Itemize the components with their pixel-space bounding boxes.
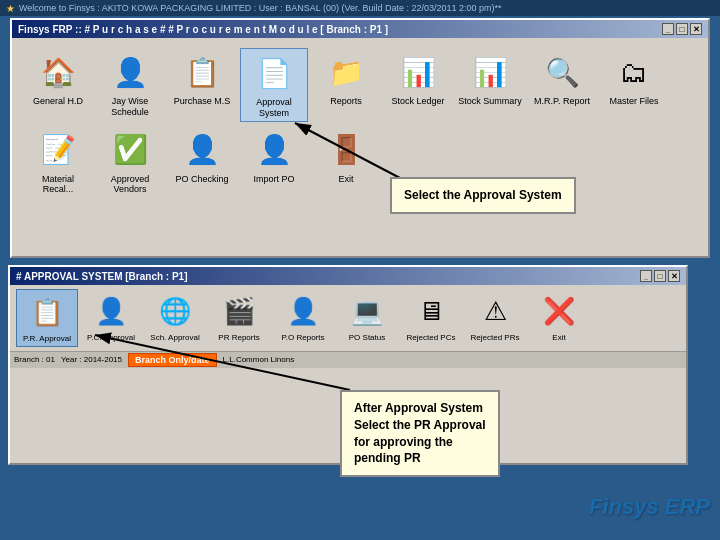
- main-icon-approval-system[interactable]: 📄 Approval System: [240, 48, 308, 122]
- rejected-prs-icon: ⚠: [475, 291, 515, 331]
- approval-minimize-btn[interactable]: _: [640, 270, 652, 282]
- jay-wise-label: Jay Wise Schedule: [98, 96, 162, 118]
- material-recal-icon: 📝: [36, 128, 80, 172]
- approval-close-btn[interactable]: ✕: [668, 270, 680, 282]
- callout2-line3: for approving the: [354, 434, 486, 451]
- main-icon-import-po[interactable]: 👤 Import PO: [240, 126, 308, 198]
- exit-label: Exit: [338, 174, 353, 185]
- master-files-icon: 🗂: [612, 50, 656, 94]
- exit-approval-label: Exit: [552, 333, 565, 343]
- sch-approval-label: Sch. Approval: [150, 333, 199, 343]
- pc-approval-icon: 👤: [91, 291, 131, 331]
- pr-reports-label: PR Reports: [218, 333, 259, 343]
- approval-icon-rejected-pcs[interactable]: 🖥 Rejected PCs: [400, 289, 462, 347]
- po-status-icon: 💻: [347, 291, 387, 331]
- approval-icon-rejected-prs[interactable]: ⚠ Rejected PRs: [464, 289, 526, 347]
- approval-icon-pc-approval[interactable]: 👤 P.C. Approval: [80, 289, 142, 347]
- callout-approval-system: Select the Approval System: [390, 177, 576, 214]
- main-icon-grid: 🏠 General H.D 👤 Jay Wise Schedule 📋 Purc…: [20, 44, 700, 201]
- master-files-label: Master Files: [609, 96, 658, 107]
- callout2-line1: After Approval System: [354, 400, 486, 417]
- pc-approval-label: P.C. Approval: [87, 333, 135, 343]
- approval-icon-po-reports[interactable]: 👤 P.O Reports: [272, 289, 334, 347]
- main-icon-material-recal[interactable]: 📝 Material Recal...: [24, 126, 92, 198]
- rejected-pcs-icon: 🖥: [411, 291, 451, 331]
- main-icon-exit[interactable]: 🚪 Exit: [312, 126, 380, 198]
- mrp-report-icon: 🔍: [540, 50, 584, 94]
- approval-icon-exit-approval[interactable]: ❌ Exit: [528, 289, 590, 347]
- import-po-label: Import PO: [253, 174, 294, 185]
- mrp-report-label: M.R.P. Report: [534, 96, 590, 107]
- reports-icon: 📁: [324, 50, 368, 94]
- callout-pr-approval: After Approval System Select the PR Appr…: [340, 390, 500, 477]
- main-icon-master-files[interactable]: 🗂 Master Files: [600, 48, 668, 122]
- po-checking-label: PO Checking: [175, 174, 228, 185]
- top-bar-text: Welcome to Finsys : AKITO KOWA PACKAGING…: [19, 3, 502, 13]
- callout1-text: Select the Approval System: [404, 188, 562, 202]
- main-icon-purchase-ms[interactable]: 📋 Purchase M.S: [168, 48, 236, 122]
- approved-vendors-label: Approved Vendors: [98, 174, 162, 196]
- purchase-ms-icon: 📋: [180, 50, 224, 94]
- frp-brand: Finsys ERP: [589, 494, 710, 520]
- import-po-icon: 👤: [252, 128, 296, 172]
- exit-icon: 🚪: [324, 128, 368, 172]
- approval-icon-po-status[interactable]: 💻 PO Status: [336, 289, 398, 347]
- approval-window-controls[interactable]: _ □ ✕: [640, 270, 680, 282]
- exit-approval-icon: ❌: [539, 291, 579, 331]
- main-icon-reports[interactable]: 📁 Reports: [312, 48, 380, 122]
- general-hd-icon: 🏠: [36, 50, 80, 94]
- approved-vendors-icon: ✅: [108, 128, 152, 172]
- approval-icon-sch-approval[interactable]: 🌐 Sch. Approval: [144, 289, 206, 347]
- main-icon-stock-summary[interactable]: 📊 Stock Summary: [456, 48, 524, 122]
- branch-label: Branch : 01: [14, 355, 55, 364]
- main-icon-jay-wise[interactable]: 👤 Jay Wise Schedule: [96, 48, 164, 122]
- approval-icon-grid: 📋 P.R. Approval 👤 P.C. Approval 🌐 Sch. A…: [10, 285, 686, 351]
- maximize-btn[interactable]: □: [676, 23, 688, 35]
- po-reports-label: P.O Reports: [282, 333, 325, 343]
- po-checking-icon: 👤: [180, 128, 224, 172]
- jay-wise-icon: 👤: [108, 50, 152, 94]
- po-status-label: PO Status: [349, 333, 385, 343]
- approval-icon-pr-approval[interactable]: 📋 P.R. Approval: [16, 289, 78, 347]
- branch-btn[interactable]: Branch Only/date: [128, 353, 217, 367]
- pr-reports-icon: 🎬: [219, 291, 259, 331]
- main-window-titlebar: Finsys FRP :: # P u r c h a s e # # P r …: [12, 20, 708, 38]
- main-icon-po-checking[interactable]: 👤 PO Checking: [168, 126, 236, 198]
- common-label: L.L.Common Linons: [223, 355, 295, 364]
- pr-approval-icon: 📋: [27, 292, 67, 332]
- main-window: Finsys FRP :: # P u r c h a s e # # P r …: [10, 18, 710, 258]
- minimize-btn[interactable]: _: [662, 23, 674, 35]
- callout2-line2: Select the PR Approval: [354, 417, 486, 434]
- approval-maximize-btn[interactable]: □: [654, 270, 666, 282]
- general-hd-label: General H.D: [33, 96, 83, 107]
- main-icon-approved-vendors[interactable]: ✅ Approved Vendors: [96, 126, 164, 198]
- main-window-content: 🏠 General H.D 👤 Jay Wise Schedule 📋 Purc…: [12, 38, 708, 207]
- main-icon-stock-ledger[interactable]: 📊 Stock Ledger: [384, 48, 452, 122]
- approval-system-icon: 📄: [252, 51, 296, 95]
- stock-ledger-label: Stock Ledger: [391, 96, 444, 107]
- main-icon-mrp-report[interactable]: 🔍 M.R.P. Report: [528, 48, 596, 122]
- star-icon: ★: [6, 3, 15, 14]
- close-btn[interactable]: ✕: [690, 23, 702, 35]
- material-recal-label: Material Recal...: [26, 174, 90, 196]
- sch-approval-icon: 🌐: [155, 291, 195, 331]
- callout2-line4: pending PR: [354, 450, 486, 467]
- reports-label: Reports: [330, 96, 362, 107]
- window-controls[interactable]: _ □ ✕: [662, 23, 702, 35]
- approval-status-bar: Branch : 01 Year : 2014-2015 Branch Only…: [10, 351, 686, 368]
- approval-window-titlebar: # APPROVAL SYSTEM [Branch : P1] _ □ ✕: [10, 267, 686, 285]
- pr-approval-label: P.R. Approval: [23, 334, 71, 344]
- po-reports-icon: 👤: [283, 291, 323, 331]
- rejected-pcs-label: Rejected PCs: [407, 333, 456, 343]
- approval-system-label: Approval System: [243, 97, 305, 119]
- purchase-ms-label: Purchase M.S: [174, 96, 231, 107]
- approval-window-title: # APPROVAL SYSTEM [Branch : P1]: [16, 271, 188, 282]
- top-bar: ★ Welcome to Finsys : AKITO KOWA PACKAGI…: [0, 0, 720, 16]
- stock-summary-label: Stock Summary: [458, 96, 522, 107]
- year-label: Year : 2014-2015: [61, 355, 122, 364]
- main-window-title: Finsys FRP :: # P u r c h a s e # # P r …: [18, 24, 388, 35]
- main-icon-general-hd[interactable]: 🏠 General H.D: [24, 48, 92, 122]
- stock-ledger-icon: 📊: [396, 50, 440, 94]
- approval-icon-pr-reports[interactable]: 🎬 PR Reports: [208, 289, 270, 347]
- stock-summary-icon: 📊: [468, 50, 512, 94]
